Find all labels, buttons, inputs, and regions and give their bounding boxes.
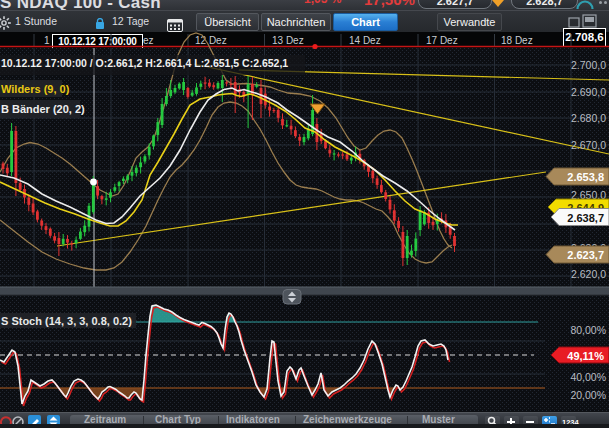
svg-text:B Bänder (20, 2): B Bänder (20, 2) <box>1 103 85 115</box>
svg-text:20,00%: 20,00% <box>570 389 606 401</box>
svg-text:80,00%: 80,00% <box>570 324 606 336</box>
svg-text:Wilders (9, 0): Wilders (9, 0) <box>1 83 70 95</box>
svg-text:2.680,0: 2.680,0 <box>571 112 606 124</box>
svg-text:2.638,7: 2.638,7 <box>567 212 604 224</box>
svg-text:49,11%: 49,11% <box>567 350 604 362</box>
svg-text:10.12.12 17:00:00 / O:2.661,2: 10.12.12 17:00:00 / O:2.661,2 H:2.661,4 … <box>1 57 288 69</box>
svg-text:S Stoch (14, 3, 3, 0.8, 0.2): S Stoch (14, 3, 3, 0.8, 0.2) <box>1 315 132 327</box>
svg-text:2.690,0: 2.690,0 <box>571 86 606 98</box>
svg-text:2.653,8: 2.653,8 <box>567 171 604 183</box>
svg-text:2.700,0: 2.700,0 <box>571 59 606 71</box>
svg-text:40,00%: 40,00% <box>570 371 606 383</box>
svg-text:2.620,0: 2.620,0 <box>571 268 606 280</box>
svg-text:2.623,7: 2.623,7 <box>567 249 604 261</box>
svg-text:2.670,0: 2.670,0 <box>571 139 606 151</box>
